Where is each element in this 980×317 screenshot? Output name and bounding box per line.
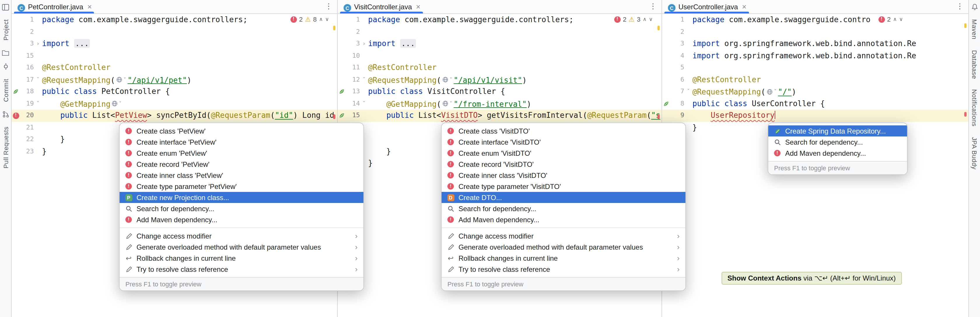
code-line[interactable]: 3›import ... (12, 38, 337, 50)
spring-bean-icon[interactable] (338, 86, 346, 98)
intention-action-item[interactable]: ↩Rollback changes in current line› (442, 253, 686, 264)
code-line[interactable]: 19ˇ @GetMappingˇ (12, 98, 337, 110)
url-globe-inlay-icon[interactable]: ˇ (442, 74, 452, 86)
fold-marker[interactable]: ˇ (684, 86, 692, 98)
tab-options-kebab-icon[interactable]: ⋮ (649, 2, 657, 11)
code-line[interactable]: 15 (12, 50, 337, 62)
intention-action-item[interactable]: Change access modifier› (442, 230, 686, 242)
intention-action-item[interactable]: !Create enum 'PetView' (119, 148, 363, 159)
code-line[interactable]: 10 (338, 50, 662, 62)
next-error-chevron-icon[interactable]: ∨ (649, 16, 653, 22)
spring-bean-icon[interactable] (662, 98, 670, 110)
intention-action-item[interactable]: !Create interface 'PetView' (119, 137, 363, 148)
fold-marker[interactable]: ˇ (34, 74, 42, 86)
intention-action-item[interactable]: !Create record 'VisitDTO' (442, 159, 686, 170)
intention-action-item[interactable]: DCreate DTO... (442, 192, 686, 203)
tool-stripe-commit[interactable]: Commit (2, 79, 9, 102)
spring-bean-icon[interactable] (12, 86, 20, 98)
code-line[interactable]: 8public class UserController { (662, 98, 968, 110)
intention-action-item[interactable]: Try to resolve class reference› (119, 264, 363, 275)
code-line[interactable]: 6@RestController (662, 74, 968, 86)
intention-action-item[interactable]: Search for dependency... (768, 137, 907, 148)
intention-action-item[interactable]: !Add Maven dependency... (768, 148, 907, 159)
editor-tab[interactable]: CVisitController.java× (338, 0, 425, 13)
inspections-widget[interactable]: !2⚠8∧∨ (288, 16, 329, 23)
intention-action-item[interactable]: !Create class 'VisitDTO' (442, 126, 686, 137)
code-line[interactable]: 4import org.springframework.web.bind.ann… (662, 50, 968, 62)
intention-action-item[interactable]: Generate overloaded method with default … (442, 242, 686, 253)
prev-error-chevron-icon[interactable]: ∧ (319, 16, 323, 22)
code-line[interactable]: !20 public List<PetView> syncPetById(@Re… (12, 110, 337, 122)
tool-stripe-notifications[interactable]: Notifications (971, 89, 978, 127)
project-view-icon[interactable] (2, 3, 10, 11)
fold-marker[interactable]: ˇ (360, 74, 368, 86)
intention-action-item[interactable]: Search for dependency... (119, 203, 363, 214)
tab-options-kebab-icon[interactable]: ⋮ (956, 2, 964, 11)
code-line[interactable]: 13public class VisitController { (338, 86, 662, 98)
code-line[interactable]: 17ˇ@RequestMapping(ˇ"/api/v1/pet") (12, 74, 337, 86)
notifications-bell-icon[interactable] (970, 3, 978, 11)
tool-stripe-project[interactable]: Project (2, 19, 9, 41)
inspections-widget[interactable]: !2∧∨ (876, 16, 903, 23)
editor-tab[interactable]: CPetController.java× (12, 0, 97, 13)
url-globe-inlay-icon[interactable]: ˇ (442, 98, 452, 110)
code-line[interactable]: 2 (338, 26, 662, 38)
prev-error-chevron-icon[interactable]: ∧ (893, 16, 897, 22)
tab-close-icon[interactable]: × (416, 3, 420, 11)
inspections-widget[interactable]: !2⚠3∧∨ (612, 16, 653, 23)
code-line[interactable]: 2 (12, 26, 337, 38)
code-line[interactable]: 11@RestController (338, 62, 662, 74)
tool-stripe-pull-requests[interactable]: Pull Requests (2, 127, 9, 169)
intention-action-item[interactable]: ↩Rollback changes in current line› (119, 253, 363, 264)
code-line[interactable]: 5 (662, 62, 968, 74)
code-line[interactable]: 3import org.springframework.web.bind.ann… (662, 38, 968, 50)
tab-close-icon[interactable]: × (87, 3, 92, 11)
intention-action-item[interactable]: Create Spring Data Repository... (768, 126, 907, 137)
intention-action-item[interactable]: !Create class 'PetView' (119, 126, 363, 137)
code-line[interactable]: 1package com.example.swaggerguide.contro (662, 14, 968, 26)
intention-action-item[interactable]: Search for dependency... (442, 203, 686, 214)
next-error-chevron-icon[interactable]: ∨ (325, 16, 329, 22)
fold-marker[interactable]: ˇ (34, 98, 42, 110)
fold-marker[interactable]: › (34, 38, 42, 50)
prev-error-chevron-icon[interactable]: ∧ (643, 16, 647, 22)
url-globe-inlay-icon[interactable]: ˇ (767, 86, 777, 98)
pull-request-icon[interactable] (2, 110, 10, 118)
code-line[interactable]: 16@RestController (12, 62, 337, 74)
code-line[interactable]: 3›import ... (338, 38, 662, 50)
intention-action-item[interactable]: Try to resolve class reference› (442, 264, 686, 275)
fold-marker[interactable]: ˇ (360, 98, 368, 110)
tab-options-kebab-icon[interactable]: ⋮ (325, 2, 332, 11)
intention-action-item[interactable]: !Create interface 'VisitDTO' (442, 137, 686, 148)
tab-close-icon[interactable]: × (742, 3, 746, 11)
intention-action-item[interactable]: PCreate new Projection class... (119, 192, 363, 203)
code-line[interactable]: 15 public List<VisitDTO> getVisitsFromIn… (338, 110, 662, 122)
folder-icon[interactable] (2, 49, 10, 57)
code-line[interactable]: 9 UserRepository (662, 110, 968, 122)
code-line[interactable]: 18public class PetController { (12, 86, 337, 98)
intention-action-item[interactable]: Generate overloaded method with default … (119, 242, 363, 253)
intention-action-item[interactable]: !Create type parameter 'PetView' (119, 181, 363, 192)
code-line[interactable]: 14ˇ @GetMapping(ˇ"/from-interval") (338, 98, 662, 110)
gutter-error-icon[interactable]: ! (12, 110, 20, 122)
intention-action-item[interactable]: !Create record 'PetView' (119, 159, 363, 170)
intention-action-item[interactable]: !Create inner class 'PetView' (119, 170, 363, 181)
intention-action-item[interactable]: !Add Maven dependency... (442, 214, 686, 225)
tool-stripe-maven[interactable]: Maven (971, 19, 978, 39)
code-line[interactable]: 7ˇ@RequestMapping(ˇ"/") (662, 86, 968, 98)
intention-action-item[interactable]: !Create enum 'VisitDTO' (442, 148, 686, 159)
intention-action-item[interactable]: !Add Maven dependency... (119, 214, 363, 225)
url-globe-inlay-icon[interactable]: ˇ (112, 98, 122, 110)
commit-icon[interactable] (2, 63, 10, 71)
spring-bean-icon[interactable] (338, 110, 346, 122)
intention-action-item[interactable]: !Create inner class 'VisitDTO' (442, 170, 686, 181)
intention-action-item[interactable]: !Create type parameter 'VisitDTO' (442, 181, 686, 192)
url-globe-inlay-icon[interactable]: ˇ (116, 74, 126, 86)
next-error-chevron-icon[interactable]: ∨ (899, 16, 903, 22)
code-line[interactable]: 12ˇ@RequestMapping(ˇ"/api/v1/visit") (338, 74, 662, 86)
fold-marker[interactable]: › (360, 38, 368, 50)
intention-action-item[interactable]: Change access modifier› (119, 230, 363, 242)
editor-tab[interactable]: CUserController.java× (662, 0, 751, 13)
tool-stripe-database[interactable]: Database (971, 50, 978, 79)
tool-stripe-jpa-buddy[interactable]: JPA Buddy (971, 137, 978, 169)
